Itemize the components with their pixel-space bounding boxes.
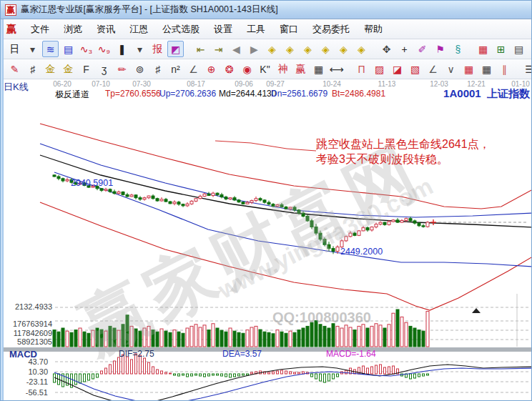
- brush-tool-icon[interactable]: ✏: [114, 61, 130, 77]
- menu-item-5[interactable]: 设置: [207, 21, 240, 38]
- smart-analysis-icon[interactable]: §: [450, 41, 466, 57]
- pencil-tool-icon[interactable]: ✎: [6, 61, 23, 77]
- analysis-note-line2: 考验3天不破则波段转稳。: [316, 152, 491, 167]
- date-tick: 06-20: [53, 80, 72, 88]
- channel-tool-icon[interactable]: Π: [353, 61, 370, 77]
- square-of-nine-icon[interactable]: n²: [167, 61, 184, 77]
- starburst-tool-icon[interactable]: ❂: [221, 61, 237, 77]
- pane-label-kline[interactable]: 日K线: [4, 81, 29, 94]
- channel-bt-value: Bt=2486.4981: [332, 89, 385, 99]
- zoom-all-icon[interactable]: ◈: [353, 41, 370, 57]
- ma9-icon[interactable]: ∿₉: [96, 41, 112, 57]
- app-logo-icon: 赢: [5, 4, 16, 16]
- price-grid-icon[interactable]: ▦: [460, 61, 477, 77]
- volume-axis-label: 117842609: [6, 329, 52, 337]
- symbol-label: 1A0001 上证指数: [443, 87, 530, 101]
- color-chart-icon[interactable]: ◩: [167, 41, 184, 57]
- spiral-tool-icon[interactable]: ʒ: [96, 61, 112, 77]
- golden-ratio-icon[interactable]: 金: [42, 61, 59, 77]
- angle-tool-icon[interactable]: ∠: [185, 61, 202, 77]
- macd-dea-value: DEA=3.57: [222, 349, 262, 359]
- analysis-note-line1: 跳空收盘站上黑色生命线2641点，: [316, 137, 491, 152]
- toolbar-drawing: ✎♯金金Fʒ✏⊚♯n²∠⊕❂◉K"神赢▦⟷Π▨◪▧∠∨▦▦∥☰▽%: [1, 59, 532, 79]
- ladder-lines-icon[interactable]: ☰: [521, 61, 532, 77]
- menu-item-9[interactable]: 帮助: [357, 21, 390, 38]
- chart-area: 赢家财富网 www.yingjia360.com QQ:100800360 06…: [1, 79, 532, 401]
- first-bar-icon[interactable]: ⇤: [192, 41, 209, 57]
- gann-wave-icon[interactable]: ≋: [42, 41, 59, 57]
- calendar-icon[interactable]: ▦: [475, 41, 491, 57]
- ying-tool-icon[interactable]: 赢: [292, 61, 309, 77]
- date-tick: 07-10: [92, 80, 110, 88]
- kline-chart[interactable]: [1, 79, 532, 401]
- parallel-lines-icon[interactable]: ∥: [496, 61, 513, 77]
- gann-wheel-icon[interactable]: ⊚: [132, 61, 148, 77]
- app-window: 赢 赢家江恩专业版[赢家服务平台] - [上证指数 SH1A0001-143日K…: [0, 0, 532, 401]
- macd-axis-label: -23.11: [6, 377, 48, 386]
- symbol-name: 上证指数: [487, 87, 530, 99]
- kline-style-caret-icon[interactable]: ▾: [24, 41, 41, 57]
- stock-pick-icon[interactable]: 报: [149, 41, 166, 57]
- menu-item-1[interactable]: 浏览: [56, 21, 89, 38]
- zoom-left-icon[interactable]: ◈: [264, 41, 280, 57]
- kline-style-icon[interactable]: 日: [6, 41, 23, 57]
- k-quote-icon[interactable]: K": [257, 61, 273, 77]
- menu-item-4[interactable]: 公式选股: [155, 21, 207, 38]
- menu-item-6[interactable]: 工具: [240, 21, 272, 38]
- info-panel-icon[interactable]: ▤: [60, 41, 77, 57]
- zigzag-icon[interactable]: ∨: [443, 61, 459, 77]
- menu-item-3[interactable]: 江恩: [122, 21, 155, 38]
- hand-tool-icon[interactable]: ✥: [378, 41, 395, 57]
- candle-tool-caret-icon[interactable]: ▾: [132, 41, 148, 57]
- menu-item-0[interactable]: 文件: [24, 21, 56, 38]
- macd-value: MACD=-1.64: [326, 349, 376, 359]
- calculator-icon[interactable]: ⊞: [493, 41, 509, 57]
- date-tick: 11-13: [378, 80, 396, 88]
- fan-lines-icon[interactable]: ▨: [371, 61, 388, 77]
- volume-axis-label: 176763914: [6, 320, 52, 328]
- fan-square-icon[interactable]: ▧: [407, 61, 423, 77]
- target-tool-icon[interactable]: ⊕: [203, 61, 220, 77]
- label-tool-icon[interactable]: ⚑: [432, 41, 448, 57]
- fib-tool-icon[interactable]: F: [78, 61, 94, 77]
- menu-item-8[interactable]: 交易委托: [305, 21, 357, 38]
- span-tool-icon[interactable]: ⟷: [328, 61, 345, 77]
- prev-page-icon[interactable]: ◀: [228, 41, 245, 57]
- channel-up-value: Up=2706.2636: [159, 89, 216, 99]
- macd-axis-label: 43.70: [6, 357, 48, 366]
- date-tick: 09-06: [235, 80, 253, 88]
- save-icon[interactable]: ◫: [528, 41, 532, 57]
- macd-dif-value: DIF=2.75: [119, 349, 154, 359]
- indicator-name[interactable]: 极反通道: [55, 89, 89, 101]
- zoom-out-icon[interactable]: ◈: [335, 41, 352, 57]
- notebook-icon[interactable]: ▤: [511, 41, 527, 57]
- shen-tool-icon[interactable]: 神: [275, 61, 291, 77]
- price-axis-low-label: 2132.4933: [6, 302, 52, 311]
- zoom-in-icon[interactable]: ◈: [317, 41, 334, 57]
- grid-123-icon[interactable]: ▦: [310, 61, 327, 77]
- angle-line-tool-icon[interactable]: ✐: [414, 41, 430, 57]
- window-left-border: [1, 19, 4, 400]
- ma3-icon[interactable]: ∿₃: [78, 41, 94, 57]
- menu-item-7[interactable]: 窗口: [272, 21, 305, 38]
- date-tick: 08-17: [187, 80, 205, 88]
- title-bar[interactable]: 赢 赢家江恩专业版[赢家服务平台] - [上证指数 SH1A0001-143日K…: [1, 1, 532, 19]
- grid-tool-icon[interactable]: ♯: [149, 61, 166, 77]
- candle-tool-icon[interactable]: ❚: [114, 41, 130, 57]
- menu-item-2[interactable]: 资讯: [89, 21, 122, 38]
- date-tick: 07-30: [132, 80, 151, 88]
- menu-bar: 赢 文件浏览资讯江恩公式选股设置工具窗口交易委托帮助: [1, 19, 532, 39]
- crosshair-tool-icon[interactable]: +: [396, 41, 413, 57]
- next-page-icon[interactable]: ▶: [246, 41, 262, 57]
- window-title: 赢家江恩专业版[赢家服务平台] - [上证指数 SH1A0001-143日K线]: [21, 4, 278, 16]
- gann-grid-icon[interactable]: ♯: [24, 61, 41, 77]
- spiral-square-icon[interactable]: ◉: [239, 61, 255, 77]
- trend-angle-icon[interactable]: ∠: [425, 61, 441, 77]
- time-grid-icon[interactable]: ▦: [478, 61, 495, 77]
- golden-section-icon[interactable]: 金: [60, 61, 77, 77]
- zoom-horizontal-icon[interactable]: ◈: [300, 41, 316, 57]
- zoom-right-icon[interactable]: ◈: [282, 41, 298, 57]
- last-bar-icon[interactable]: ⇥: [210, 41, 227, 57]
- channel-md-value: Md=2644.4130: [219, 89, 276, 99]
- fan-box-icon[interactable]: ◪: [389, 61, 405, 77]
